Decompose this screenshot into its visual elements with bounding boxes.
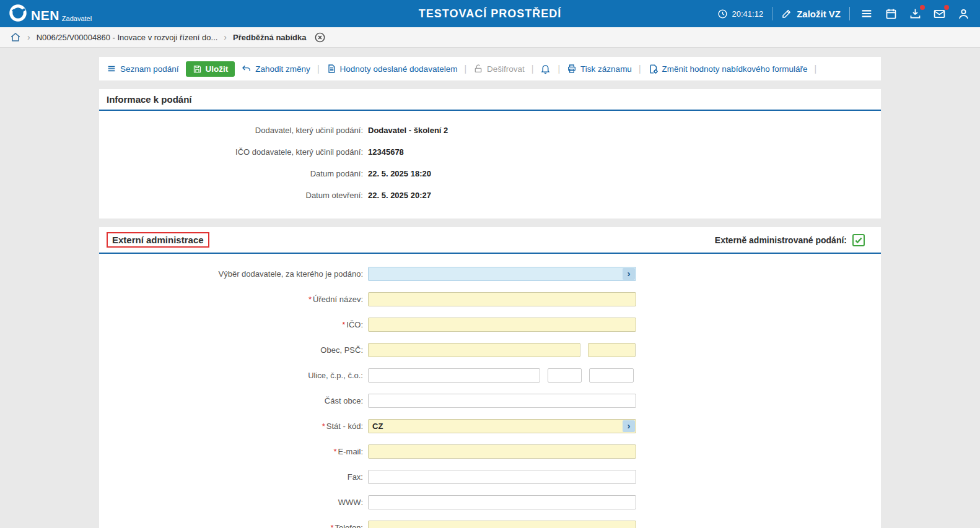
supplier-form: Výběr dodavatele, za kterého je podáno: … — [99, 254, 881, 528]
form-row-telefon: *Telefon: — [99, 515, 881, 528]
create-vz-button[interactable]: Založit VZ — [781, 8, 841, 19]
close-icon — [314, 32, 326, 43]
save-label: Uložit — [206, 64, 229, 74]
checkmark-icon — [854, 236, 863, 245]
orientation-number-input[interactable] — [589, 368, 634, 383]
required-marker: * — [308, 295, 312, 304]
top-bar: NEN Zadavatel TESTOVACÍ PROSTŘEDÍ 20:41:… — [0, 0, 980, 27]
save-button[interactable]: Uložit — [186, 61, 235, 77]
info-label: IČO dodavatele, který učinil podání: — [99, 147, 368, 157]
change-offer-form-values-label: Změnit hodnoty nabídkového formuláře — [662, 64, 808, 74]
city-input[interactable] — [368, 343, 580, 357]
info-label: Dodavatel, který učinil podání: — [99, 126, 368, 135]
email-input[interactable] — [368, 444, 636, 459]
phone-input[interactable] — [368, 521, 636, 528]
form-row-ulice: Ulice, č.p., č.o.: — [99, 363, 881, 388]
printer-icon — [567, 64, 577, 74]
downloads-button[interactable] — [908, 6, 923, 22]
home-button[interactable] — [10, 32, 21, 43]
home-icon — [10, 32, 21, 43]
fax-input[interactable] — [368, 470, 636, 484]
form-row-stat-kod: *Stát - kód: › — [99, 413, 881, 439]
city-part-input[interactable] — [368, 394, 636, 408]
save-icon — [193, 64, 202, 74]
info-label: Datum otevření: — [99, 191, 368, 200]
mail-icon — [933, 7, 946, 20]
change-offer-form-values-button[interactable]: Změnit hodnoty nabídkového formuláře — [648, 64, 808, 74]
mail-notification-dot — [944, 5, 949, 10]
info-value: 22. 5. 2025 20:27 — [368, 191, 431, 200]
externally-administered-group: Externě administrované podání: — [715, 234, 873, 246]
submission-info-rows: Dodavatel, který učinil podání: Dodavate… — [99, 111, 881, 219]
supplier-lookup-input[interactable] — [368, 267, 636, 281]
toolbar-separator: | — [464, 64, 466, 74]
profile-button[interactable] — [956, 6, 971, 22]
create-vz-label: Založit VZ — [797, 9, 841, 19]
submission-info-section: Informace k podání Dodavatel, který učin… — [99, 89, 881, 219]
time-value: 20:41:12 — [732, 9, 764, 19]
bell-icon — [540, 64, 551, 74]
chevron-right-icon[interactable]: › — [623, 420, 635, 432]
form-row-ico: *IČO: — [99, 312, 881, 337]
official-name-input[interactable] — [368, 292, 636, 306]
seznam-podani-button[interactable]: Seznam podání — [107, 64, 179, 74]
divider — [772, 7, 772, 20]
toolbar-separator: | — [558, 64, 560, 74]
main-content: Seznam podání Uložit Zahodit změny | Hod… — [0, 48, 980, 528]
print-record-label: Tisk záznamu — [580, 64, 632, 74]
lock-open-icon — [473, 64, 483, 74]
discard-changes-button[interactable]: Zahodit změny — [242, 64, 310, 74]
field-label: Ulice, č.p., č.o.: — [99, 371, 368, 380]
logo-subtitle: Zadavatel — [62, 15, 92, 24]
notifications-button[interactable] — [540, 64, 551, 74]
supplier-lookup-field: › — [368, 267, 636, 281]
zip-input[interactable] — [588, 343, 636, 357]
required-marker: * — [342, 320, 345, 329]
form-row-cast-obce: Část obce: — [99, 388, 881, 413]
form-row-www: WWW: — [99, 490, 881, 515]
required-marker: * — [330, 523, 333, 528]
section-title-externi-administrace: Externí administrace — [107, 232, 209, 248]
field-label: *Úřední název: — [99, 295, 368, 304]
chevron-right-icon[interactable]: › — [623, 268, 635, 280]
externally-administered-checkbox[interactable] — [852, 234, 865, 246]
decrypt-label: Dešifrovat — [487, 64, 525, 74]
required-marker: * — [333, 447, 336, 456]
country-code-lookup-field: › — [368, 419, 636, 433]
close-tab-button[interactable] — [314, 32, 326, 43]
print-record-button[interactable]: Tisk záznamu — [567, 64, 632, 74]
breadcrumb: › N006/25/V00004860 - Inovace v rozvoji … — [0, 27, 980, 48]
calendar-button[interactable] — [883, 6, 899, 22]
ico-input[interactable] — [368, 318, 636, 332]
breadcrumb-item-current[interactable]: Předběžná nabídka — [233, 33, 306, 42]
external-administration-header: Externí administrace Externě administrov… — [99, 227, 881, 254]
menu-button[interactable] — [859, 6, 875, 22]
field-label: WWW: — [99, 498, 368, 507]
toolbar-separator: | — [532, 64, 534, 74]
street-input[interactable] — [368, 368, 540, 383]
info-row: Datum otevření: 22. 5. 2025 20:27 — [99, 184, 881, 206]
field-label: Výběr dodavatele, za kterého je podáno: — [99, 269, 368, 279]
toolbar-separator: | — [317, 64, 320, 74]
seznam-podani-label: Seznam podání — [120, 64, 179, 74]
www-input[interactable] — [368, 495, 636, 509]
breadcrumb-separator: › — [224, 32, 227, 42]
breadcrumb-item-procurement[interactable]: N006/25/V00004860 - Inovace v rozvoji ří… — [37, 33, 218, 42]
nen-logo[interactable]: NEN Zadavatel — [9, 4, 92, 24]
calendar-icon — [885, 7, 898, 20]
undo-icon — [242, 64, 252, 74]
external-administration-section: Externí administrace Externě administrov… — [99, 227, 881, 528]
form-row-email: *E-mail: — [99, 439, 881, 464]
topbar-actions: 20:41:12 Založit VZ — [717, 6, 971, 22]
edit-icon — [781, 8, 792, 19]
messages-button[interactable] — [932, 6, 947, 22]
house-number-input[interactable] — [548, 368, 582, 383]
supplier-values-button[interactable]: Hodnoty odeslané dodavatelem — [326, 64, 458, 74]
country-code-input[interactable] — [368, 419, 636, 433]
document-icon — [326, 64, 336, 74]
server-time: 20:41:12 — [717, 9, 764, 19]
divider — [849, 7, 850, 20]
required-marker: * — [322, 422, 325, 431]
download-icon — [909, 7, 922, 20]
breadcrumb-separator: › — [27, 32, 30, 42]
